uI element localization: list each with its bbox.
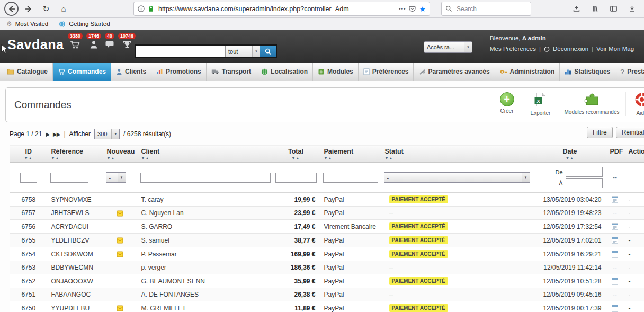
home-button[interactable]: ⌂ [56, 2, 71, 16]
sort-icons[interactable]: ▼▲ [51, 156, 99, 160]
create-button[interactable]: + Créer [491, 92, 523, 116]
back-button[interactable] [4, 2, 19, 16]
order-pdf-cell [606, 234, 624, 247]
sort-icons[interactable]: ▼▲ [276, 156, 316, 160]
filter-total-input[interactable] [275, 173, 317, 183]
tab-statistiques[interactable]: Statistiques [560, 63, 615, 81]
forward-button[interactable] [21, 2, 36, 16]
sort-icons[interactable]: ▼▲ [14, 156, 43, 160]
table-row[interactable]: 6756 ACRYDACUI S. GARRO 17,49 € Virement… [10, 220, 644, 234]
page-size-select[interactable]: 300 ▼ [94, 129, 120, 139]
url-bar[interactable]: ••• ★ [133, 2, 430, 16]
browser-search[interactable] [441, 2, 531, 16]
filter-date-from-input[interactable] [566, 167, 603, 177]
best-sales-stat[interactable]: 10746 [118, 33, 136, 49]
table-row[interactable]: 6758 SYPNOVMXE T. caray 19,99 € PayPal P… [10, 193, 644, 207]
tab-parametres-avances[interactable]: Paramètres avancés [414, 63, 495, 81]
filter-new-value: - [106, 174, 118, 181]
tab-promotions[interactable]: Promotions [151, 63, 207, 81]
tab-transport[interactable]: Transport [207, 63, 256, 81]
help-button[interactable]: Aide [625, 92, 644, 116]
customers-stat[interactable]: 1746 [86, 33, 101, 49]
sort-icons[interactable]: ▼▲ [539, 156, 602, 160]
pdf-invoice-icon[interactable] [611, 237, 619, 244]
tab-prestablog[interactable]: ? PrestaBlog [615, 63, 644, 81]
tab-modules[interactable]: Modules [313, 63, 359, 81]
table-row[interactable]: 6752 ONJAOOOXW G. BEAUMONT SENN 35,99 € … [10, 274, 644, 288]
logo[interactable]: Savdana [7, 37, 64, 52]
orders-stat[interactable]: 3380 [68, 33, 83, 49]
save-page-icon[interactable] [568, 5, 584, 13]
sort-icons[interactable]: ▼▲ [141, 156, 268, 160]
order-new-cell [103, 220, 137, 234]
library-icon[interactable] [587, 5, 603, 13]
order-client-cell: G. BEAUMONT SENN [137, 274, 272, 288]
order-date-cell: 12/05/2019 00:17:39 [534, 301, 606, 312]
bookmark-star-icon[interactable]: ★ [419, 5, 426, 13]
filter-client-input[interactable] [140, 173, 271, 183]
messages-stat[interactable]: 40 [105, 33, 114, 49]
pdf-invoice-icon[interactable] [611, 251, 619, 258]
table-row[interactable]: 6750 YYUPDLEBU M. GREMILLET 11,89 € PayP… [10, 301, 644, 312]
sidebar-icon[interactable] [605, 5, 621, 13]
tab-administration[interactable]: Administration [495, 63, 560, 81]
refresh-button[interactable]: ↻ [39, 2, 53, 16]
bookmark-getting-started[interactable]: Getting Started [59, 21, 110, 28]
logout-link[interactable]: Déconnexion [553, 44, 588, 53]
order-pdf-cell [606, 301, 624, 312]
lock-icon [148, 5, 154, 12]
back-arrow-icon [8, 5, 15, 13]
view-store-link[interactable]: Voir Mon Mag [596, 44, 634, 53]
downloads-icon[interactable] [624, 5, 640, 13]
pdf-invoice-icon[interactable] [611, 305, 619, 312]
column-header-pdf: PDF [610, 148, 620, 155]
plus-icon: + [500, 92, 514, 106]
order-reference-cell: YLDEHBCZV [47, 234, 103, 247]
pdf-invoice-icon[interactable] [611, 196, 619, 203]
admin-search-input[interactable] [136, 46, 225, 57]
tab-clients[interactable]: Clients [111, 63, 151, 81]
export-button[interactable]: X Exporter [523, 92, 558, 116]
order-status-cell: PAIEMENT ACCEPTÉ [381, 234, 534, 247]
table-row[interactable]: 6753 BDBYWECMN p. verger 186,36 € PayPal… [10, 261, 644, 274]
last-page-button[interactable]: ▶▶ [53, 131, 60, 137]
search-scope-select[interactable]: tout ▼ [225, 46, 260, 57]
separator: | [539, 44, 541, 53]
table-row[interactable]: 6754 CKTSDKWOM P. Passemar 169,99 € PayP… [10, 247, 644, 261]
chat-icon [105, 40, 114, 49]
page-info-icon[interactable] [138, 5, 145, 12]
bookmark-most-visited[interactable]: ⚙ Most Visited [6, 21, 48, 27]
tab-localisation[interactable]: Localisation [256, 63, 313, 81]
filter-button[interactable]: Filtre [587, 127, 613, 138]
sort-icons[interactable]: ▼▲ [324, 156, 377, 160]
table-row[interactable]: 6755 YLDEHBCZV S. samuel 38,77 € PayPal … [10, 234, 644, 247]
preferences-link[interactable]: Mes Préférences [490, 44, 536, 53]
filter-payment-input[interactable] [323, 173, 378, 183]
order-status-cell: PAIEMENT ACCEPTÉ [381, 193, 534, 207]
quick-access-dropdown[interactable]: Accès ra... ▼ [424, 41, 472, 53]
table-row[interactable]: 6751 FABAANGOC A. DE FONTANGES 26,38 € P… [10, 288, 644, 301]
browser-search-input[interactable] [455, 5, 527, 13]
filter-new-select[interactable]: - ▼ [106, 172, 126, 183]
tab-catalogue[interactable]: Catalogue [2, 63, 53, 81]
pocket-icon[interactable] [409, 5, 416, 12]
pdf-invoice-icon[interactable] [611, 278, 619, 285]
recommended-modules-button[interactable]: Modules recommandés [558, 92, 625, 116]
next-page-button[interactable]: ▶ [46, 131, 49, 137]
tab-preferences[interactable]: Préférences [359, 63, 414, 81]
admin-search-button[interactable] [260, 46, 276, 57]
filter-id-input[interactable] [20, 173, 37, 183]
order-payment-cell: PayPal [320, 207, 381, 220]
filter-date-to-input[interactable] [566, 178, 603, 188]
reset-button[interactable]: Réinitialiser [616, 127, 644, 138]
table-row[interactable]: 6757 JBHTSEWLS C. Nguyen Lan 23,99 € Pay… [10, 207, 644, 220]
filter-reference-input[interactable] [50, 173, 88, 183]
pdf-invoice-icon[interactable] [611, 223, 619, 230]
order-new-cell [103, 193, 137, 207]
tab-commandes[interactable]: Commandes [53, 63, 111, 81]
page-actions-icon[interactable]: ••• [399, 6, 406, 12]
sort-icons[interactable]: ▼▲ [385, 156, 530, 160]
url-input[interactable] [157, 5, 396, 13]
sort-icons[interactable]: ▼▲ [107, 156, 133, 160]
filter-status-select[interactable]: - ▼ [384, 172, 530, 183]
